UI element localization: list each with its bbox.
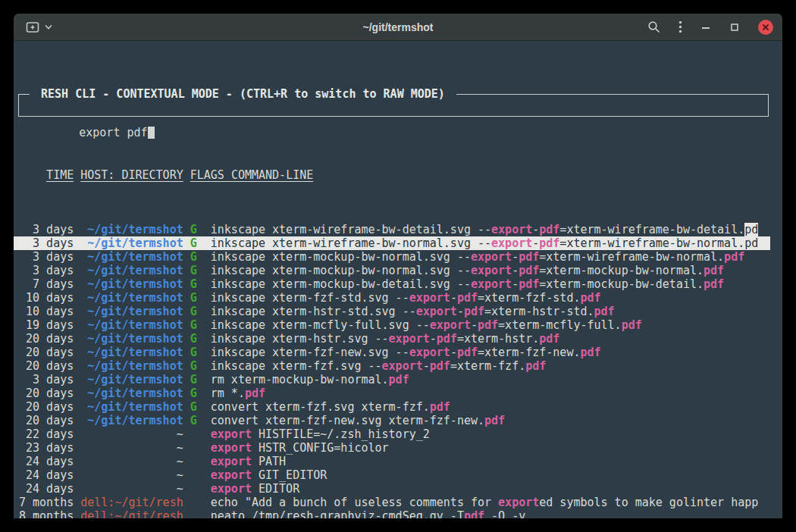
- entry-command: echo "Add a bunch of useless comments fo…: [211, 496, 758, 509]
- entry-flags: [190, 455, 197, 468]
- entry-time: 20 days: [19, 400, 74, 414]
- history-row[interactable]: 22 days~export HISTFILE=~/.zsh_history_2: [14, 427, 770, 441]
- history-row[interactable]: 24 days~export EDITOR: [14, 482, 770, 496]
- entry-host: ~/git/termshot: [80, 359, 183, 373]
- match-highlight: pdf: [519, 277, 539, 291]
- entry-time: 3 days: [19, 223, 74, 236]
- history-row[interactable]: 20 days~/git/termshotGrm *.pdf: [14, 386, 770, 400]
- match-highlight: pdf: [478, 318, 498, 332]
- entry-host: ~/git/termshot: [80, 400, 183, 414]
- history-row[interactable]: 20 days~/git/termshotGinkscape xterm-hst…: [14, 332, 770, 346]
- history-row[interactable]: 24 days~export GIT_EDITOR: [14, 468, 770, 482]
- entry-time: 10 days: [19, 305, 74, 318]
- history-row[interactable]: 3 days~/git/termshotGinkscape xterm-mock…: [14, 250, 770, 264]
- match-highlight: export: [211, 468, 252, 482]
- entry-time: 20 days: [19, 414, 74, 427]
- entry-host: ~/git/termshot: [80, 373, 183, 386]
- match-highlight: export: [409, 291, 450, 305]
- match-highlight: pdf: [464, 509, 484, 518]
- entry-time: 3 days: [19, 250, 74, 264]
- match-highlight: pdf: [539, 223, 559, 236]
- match-highlight: export: [389, 332, 430, 346]
- entry-command: export GIT_EDITOR: [211, 468, 327, 482]
- terminal-content: RESH CLI - CONTEXTUAL MODE - (CTRL+R to …: [14, 41, 782, 518]
- history-row[interactable]: 20 days~/git/termshotGconvert xterm-fzf-…: [14, 414, 770, 427]
- entry-command: neato /tmp/resh-graphviz-cmdSeq.gv -Tpdf…: [211, 509, 525, 518]
- history-row[interactable]: 19 days~/git/termshotGinkscape xterm-mcf…: [14, 318, 770, 332]
- history-row[interactable]: 24 days~export PATH: [14, 455, 770, 468]
- search-button[interactable]: [647, 20, 660, 33]
- match-highlight: export: [471, 277, 512, 291]
- history-row[interactable]: 10 days~/git/termshotGinkscape xterm-hst…: [14, 305, 770, 318]
- entry-host: ~/git/termshot: [80, 332, 183, 346]
- close-button[interactable]: [758, 20, 773, 35]
- search-input[interactable]: export pdf: [79, 126, 147, 139]
- history-row[interactable]: 20 days~/git/termshotGinkscape xterm-fzf…: [14, 346, 770, 359]
- entry-flags: G: [190, 386, 197, 400]
- match-highlight: pdf: [484, 414, 505, 427]
- history-row[interactable]: 10 days~/git/termshotGinkscape xterm-fzf…: [14, 291, 770, 305]
- entry-time: 3 days: [19, 236, 74, 250]
- history-row[interactable]: 3 days~/git/termshotGrm xterm-mockup-bw-…: [14, 373, 770, 386]
- entry-flags: [190, 441, 197, 455]
- entry-time: 24 days: [19, 482, 74, 496]
- menu-button[interactable]: [678, 20, 682, 33]
- match-highlight: pdf: [519, 250, 539, 264]
- entry-host: ~/git/termshot: [80, 305, 183, 318]
- entry-flags: G: [190, 400, 197, 414]
- new-terminal-button[interactable]: [24, 20, 54, 35]
- entry-flags: G: [190, 277, 197, 291]
- entry-host: dell:~/git/resh: [80, 509, 183, 518]
- history-row[interactable]: 3 days~/git/termshotGinkscape xterm-wire…: [14, 236, 770, 250]
- search-box[interactable]: RESH CLI - CONTEXTUAL MODE - (CTRL+R to …: [18, 94, 769, 117]
- search-icon: [647, 20, 660, 33]
- entry-command: inkscape xterm-hstr.svg --export-pdf=xte…: [211, 332, 560, 346]
- list-header: TIME HOST: DIRECTORY FLAGS COMMAND-LINE: [14, 168, 770, 182]
- entry-time: 10 days: [19, 291, 74, 305]
- history-row[interactable]: 8 monthsdell:~/git/reshneato /tmp/resh-g…: [14, 509, 770, 518]
- entry-flags: [190, 482, 197, 496]
- history-row[interactable]: 3 days~/git/termshotGinkscape xterm-wire…: [14, 223, 770, 236]
- history-row[interactable]: 7 days~/git/termshotGinkscape xterm-mock…: [14, 277, 770, 291]
- entry-flags: G: [190, 236, 197, 250]
- entry-time: 23 days: [19, 441, 74, 455]
- kebab-menu-icon: [678, 20, 682, 33]
- entry-flags: G: [190, 291, 197, 305]
- entry-host: ~/git/termshot: [80, 223, 183, 236]
- history-row[interactable]: 20 days~/git/termshotGinkscape xterm-fzf…: [14, 359, 770, 373]
- entry-flags: [190, 427, 197, 441]
- match-highlight: pdf: [464, 305, 484, 318]
- entry-command: inkscape xterm-wireframe-bw-normal.svg -…: [211, 236, 758, 250]
- minimize-button[interactable]: [700, 22, 711, 33]
- match-highlight: pdf: [580, 346, 600, 359]
- entry-time: 24 days: [19, 468, 74, 482]
- match-highlight: export: [471, 264, 512, 277]
- header-flags-command: FLAGS COMMAND-LINE: [190, 168, 314, 182]
- entry-flags: [190, 468, 197, 482]
- entry-flags: G: [190, 414, 197, 427]
- match-highlight: export: [430, 318, 471, 332]
- restore-button[interactable]: [729, 22, 740, 33]
- new-terminal-icon: [26, 21, 41, 33]
- match-highlight: pdf: [430, 359, 450, 373]
- entry-time: 7 months: [19, 496, 74, 509]
- entry-command: rm *.pdf: [211, 386, 265, 400]
- history-row[interactable]: 7 monthsdell:~/git/reshecho "Add a bunch…: [14, 496, 770, 509]
- history-row[interactable]: 3 days~/git/termshotGinkscape xterm-mock…: [14, 264, 770, 277]
- entry-host: ~: [80, 427, 183, 441]
- match-highlight: pdf: [704, 277, 724, 291]
- entry-time: 3 days: [19, 373, 74, 386]
- entry-flags: G: [190, 305, 197, 318]
- match-highlight: pdf: [437, 332, 457, 346]
- match-highlight: pdf: [457, 291, 478, 305]
- entry-time: 20 days: [19, 346, 74, 359]
- truncated-match-highlight: pd: [744, 223, 758, 236]
- entry-flags: G: [190, 359, 197, 373]
- match-highlight: pdf: [704, 264, 724, 277]
- entry-host: ~: [80, 468, 183, 482]
- entry-host: ~/git/termshot: [80, 291, 183, 305]
- minimize-icon: [700, 22, 711, 33]
- titlebar[interactable]: ~/git/termshot: [14, 14, 782, 41]
- history-row[interactable]: 20 days~/git/termshotGconvert xterm-fzf.…: [14, 400, 770, 414]
- history-row[interactable]: 23 days~export HSTR_CONFIG=hicolor: [14, 441, 770, 455]
